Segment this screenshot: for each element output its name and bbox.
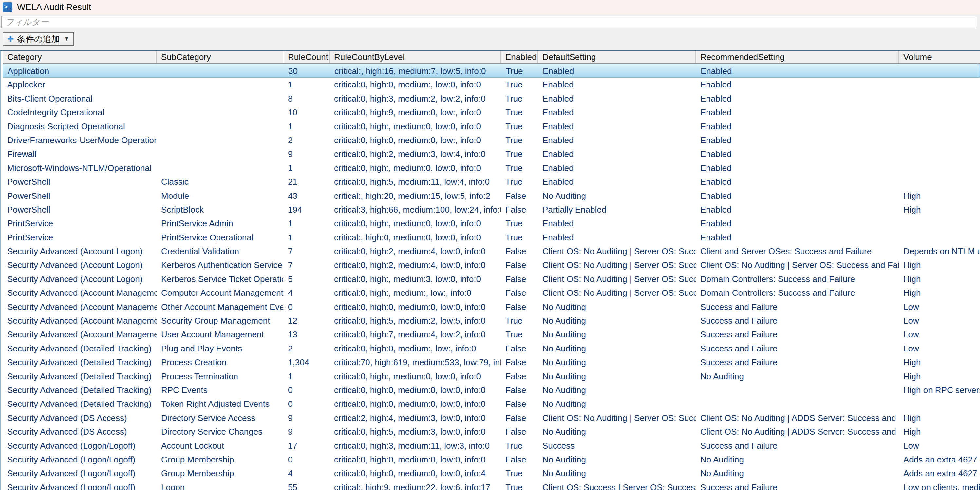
cell-recommendedsetting: Success and Failure bbox=[696, 328, 899, 341]
column-header-volume[interactable]: Volume bbox=[899, 51, 980, 63]
cell-subcategory bbox=[157, 161, 283, 175]
cell-volume: High bbox=[899, 203, 980, 216]
table-row[interactable]: PowerShellModule43critical:, high:20, me… bbox=[3, 189, 980, 203]
column-header-enabled[interactable]: Enabled bbox=[501, 51, 538, 63]
table-row[interactable]: PowerShellClassic21critical:0, high:5, m… bbox=[3, 175, 980, 189]
table-row[interactable]: Bits-Client Operational8critical:0, high… bbox=[3, 92, 980, 105]
table-row[interactable]: Security Advanced (Logon/Logoff)Group Me… bbox=[3, 466, 980, 480]
cell-defaultsetting: No Auditing bbox=[538, 383, 696, 397]
column-header-defaultsetting[interactable]: DefaultSetting bbox=[538, 51, 696, 63]
window-title: WELA Audit Result bbox=[17, 2, 91, 13]
filter-input[interactable] bbox=[1, 16, 977, 28]
column-header-rulecount[interactable]: RuleCount bbox=[283, 51, 329, 63]
cell-volume: High bbox=[899, 286, 980, 300]
cell-rulecount: 43 bbox=[283, 189, 329, 203]
cell-defaultsetting: Success bbox=[538, 439, 696, 453]
cell-defaultsetting: Client OS: No Auditing | Server OS: Succ… bbox=[538, 258, 696, 272]
cell-category: Security Advanced (Logon/Logoff) bbox=[3, 466, 157, 480]
table-row[interactable]: Security Advanced (Detailed Tracking)Pro… bbox=[3, 369, 980, 383]
cell-defaultsetting: No Auditing bbox=[538, 453, 696, 466]
cell-rulecountbylevel: critical:0, high:5, medium:11, low:4, in… bbox=[329, 175, 501, 189]
cell-rulecountbylevel: critical:0, high:, medium:0, low:0, info… bbox=[329, 161, 501, 175]
table-row[interactable]: Security Advanced (DS Access)Directory S… bbox=[3, 425, 980, 439]
cell-enabled: False bbox=[501, 369, 538, 383]
column-header-recommendedsetting[interactable]: RecommendedSetting bbox=[696, 51, 899, 63]
cell-category: Security Advanced (Logon/Logoff) bbox=[3, 480, 157, 490]
table-row[interactable]: Security Advanced (Detailed Tracking)Tok… bbox=[3, 397, 980, 411]
table-row[interactable]: Security Advanced (Account Management)Ot… bbox=[3, 300, 980, 314]
table-row[interactable]: Applocker1critical:0, high:0, medium:, l… bbox=[3, 78, 980, 91]
table-row[interactable]: Microsoft-Windows-NTLM/Operational1criti… bbox=[3, 161, 980, 175]
table-row[interactable]: PrintServicePrintService Operational1cri… bbox=[3, 231, 980, 244]
cell-rulecount: 2 bbox=[283, 133, 329, 147]
table-row[interactable]: Security Advanced (Detailed Tracking)Pro… bbox=[3, 355, 980, 369]
cell-subcategory: Token Right Adjusted Events bbox=[157, 397, 283, 411]
cell-defaultsetting: Enabled bbox=[538, 231, 696, 244]
cell-volume bbox=[899, 216, 980, 230]
cell-rulecountbylevel: critical:2, high:4, medium:3, low:0, inf… bbox=[329, 411, 501, 425]
cell-volume bbox=[899, 105, 980, 119]
table-row[interactable]: Security Advanced (Account Management)Co… bbox=[3, 286, 980, 300]
cell-subcategory bbox=[157, 105, 283, 119]
cell-category: Microsoft-Windows-NTLM/Operational bbox=[3, 161, 157, 175]
cell-defaultsetting: Enabled bbox=[538, 92, 696, 105]
table-row[interactable]: Security Advanced (DS Access)Directory S… bbox=[3, 411, 980, 425]
cell-rulecount: 0 bbox=[283, 453, 329, 466]
audit-table: Category SubCategory RuleCount RuleCount… bbox=[0, 50, 980, 490]
table-row[interactable]: Security Advanced (Account Management)Se… bbox=[3, 314, 980, 328]
column-header-rulecountbylevel[interactable]: RuleCountByLevel bbox=[329, 51, 501, 63]
cell-subcategory: Classic bbox=[157, 175, 283, 189]
cell-category: Security Advanced (Detailed Tracking) bbox=[3, 342, 157, 355]
cell-volume bbox=[899, 119, 980, 133]
cell-rulecount: 9 bbox=[283, 147, 329, 161]
table-row[interactable]: DriverFrameworks-UserMode Operational2cr… bbox=[3, 133, 980, 147]
cell-volume: Low on clients, mediu bbox=[899, 480, 980, 490]
cell-recommendedsetting: Domain Controllers: Success and Failure bbox=[696, 286, 899, 300]
cell-volume bbox=[899, 231, 980, 244]
cell-subcategory: PrintService Operational bbox=[157, 231, 283, 244]
cell-defaultsetting: Client OS: No Auditing | Server OS: Succ… bbox=[538, 286, 696, 300]
cell-subcategory bbox=[157, 92, 283, 105]
table-row[interactable]: Security Advanced (Account Logon)Kerbero… bbox=[3, 272, 980, 286]
cell-rulecount: 9 bbox=[283, 411, 329, 425]
toolbar: ✚ 条件の追加 ▼ bbox=[0, 14, 980, 50]
table-row[interactable]: Security Advanced (Account Logon)Credent… bbox=[3, 244, 980, 258]
table-row[interactable]: PowerShellScriptBlock194critical:3, high… bbox=[3, 203, 980, 216]
table-row[interactable]: Security Advanced (Detailed Tracking)Plu… bbox=[3, 342, 980, 355]
cell-category: Security Advanced (Account Logon) bbox=[3, 258, 157, 272]
cell-category: Security Advanced (Account Management) bbox=[3, 286, 157, 300]
table-row[interactable]: Security Advanced (Logon/Logoff)Logon55c… bbox=[3, 480, 980, 490]
cell-rulecount: 1 bbox=[283, 161, 329, 175]
cell-rulecountbylevel: critical:0, high:0, medium:0, low:0, inf… bbox=[329, 453, 501, 466]
table-row[interactable]: PrintServicePrintService Admin1critical:… bbox=[3, 216, 980, 230]
cell-rulecountbylevel: critical:0, high:0, medium:, low:0, info… bbox=[329, 78, 501, 91]
table-row[interactable]: Application30critical:, high:16, medium:… bbox=[3, 64, 980, 78]
cell-recommendedsetting: Enabled bbox=[696, 161, 899, 175]
table-row[interactable]: Security Advanced (Detailed Tracking)RPC… bbox=[3, 383, 980, 397]
table-row[interactable]: CodeIntegrity Operational10critical:0, h… bbox=[3, 105, 980, 119]
table-row[interactable]: Diagnosis-Scripted Operational1critical:… bbox=[3, 119, 980, 133]
table-row[interactable]: Security Advanced (Logon/Logoff)Account … bbox=[3, 439, 980, 453]
column-header-category[interactable]: Category bbox=[3, 51, 157, 63]
cell-category: Security Advanced (Account Management) bbox=[3, 328, 157, 341]
cell-rulecountbylevel: critical:0, high:, medium:0, low:0, info… bbox=[329, 119, 501, 133]
cell-recommendedsetting: Success and Failure bbox=[696, 355, 899, 369]
titlebar: >_ WELA Audit Result bbox=[0, 0, 980, 14]
cell-subcategory: ScriptBlock bbox=[157, 203, 283, 216]
cell-rulecountbylevel: critical:0, high:9, medium:0, low:, info… bbox=[329, 105, 501, 119]
cell-rulecount: 0 bbox=[283, 397, 329, 411]
cell-rulecountbylevel: critical:0, high:5, medium:3, low:0, inf… bbox=[329, 425, 501, 439]
cell-category: PowerShell bbox=[3, 189, 157, 203]
cell-recommendedsetting: Enabled bbox=[696, 64, 899, 77]
table-row[interactable]: Security Advanced (Account Logon)Kerbero… bbox=[3, 258, 980, 272]
column-header-subcategory[interactable]: SubCategory bbox=[157, 51, 283, 63]
cell-volume bbox=[899, 64, 980, 77]
cell-defaultsetting: No Auditing bbox=[538, 397, 696, 411]
table-row[interactable]: Security Advanced (Logon/Logoff)Group Me… bbox=[3, 453, 980, 466]
cell-recommendedsetting: Success and Failure bbox=[696, 480, 899, 490]
cell-rulecount: 1 bbox=[283, 231, 329, 244]
table-row[interactable]: Firewall9critical:0, high:2, medium:3, l… bbox=[3, 147, 980, 161]
add-criteria-button[interactable]: ✚ 条件の追加 ▼ bbox=[3, 32, 74, 46]
table-row[interactable]: Security Advanced (Account Management)Us… bbox=[3, 328, 980, 341]
cell-enabled: True bbox=[501, 64, 538, 77]
